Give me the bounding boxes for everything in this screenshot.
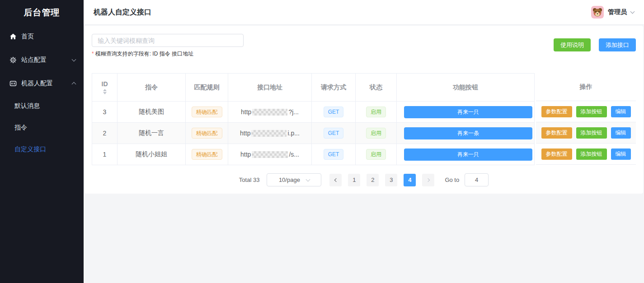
- table-main: ID 指令 匹配规则 接口地址 请求方式 状态 功能按钮: [92, 73, 535, 165]
- topbar: 机器人自定义接口 管理员: [84, 0, 644, 25]
- page-button-2[interactable]: 2: [367, 174, 379, 186]
- operations-row: 参数配置 添加按钮 编辑: [536, 144, 636, 165]
- match-rule-tag: 精确匹配: [192, 149, 222, 160]
- sidebar-subitem-label: 默认消息: [14, 102, 40, 110]
- search-input[interactable]: [92, 34, 244, 47]
- func-button[interactable]: 再来一只: [404, 106, 532, 118]
- edit-button[interactable]: 编辑: [611, 106, 631, 117]
- sidebar-item-site-config[interactable]: 站点配置: [0, 48, 84, 72]
- toolbar: *模糊查询支持的字段有: ID 指令 接口地址 使用说明 添加接口: [92, 34, 636, 58]
- add-button-button[interactable]: 添加按钮: [576, 148, 607, 160]
- table-row: 2 随机一言 精确匹配 httpi.p... GET 启用: [92, 123, 535, 144]
- add-api-button[interactable]: 添加接口: [599, 38, 636, 51]
- sidebar-subitem-label: 指令: [14, 124, 27, 132]
- sort-icon: [103, 89, 107, 94]
- page-button-4-active[interactable]: 4: [404, 174, 416, 186]
- column-header-command: 指令: [118, 74, 186, 102]
- sidebar-item-label: 首页: [21, 32, 75, 41]
- operations-row: 参数配置 添加按钮 编辑: [536, 101, 636, 122]
- sidebar-item-custom-api[interactable]: 自定义接口: [0, 139, 84, 160]
- sidebar-item-robot-config[interactable]: 机器人配置: [0, 72, 84, 95]
- table-row: 3 随机美图 精确匹配 http?j... GET 启用: [92, 102, 535, 123]
- cell-method: GET: [312, 102, 356, 123]
- robot-icon: [9, 80, 17, 88]
- redacted-url-mosaic: [251, 130, 287, 137]
- sidebar-item-commands[interactable]: 指令: [0, 117, 84, 139]
- next-page-button[interactable]: [422, 174, 434, 186]
- cell-match-rule: 精确匹配: [186, 123, 228, 144]
- app-window: 后台管理 首页 站点配置: [0, 0, 644, 283]
- page-size-select[interactable]: 10/page: [267, 173, 321, 186]
- table-header-row: ID 指令 匹配规则 接口地址 请求方式 状态 功能按钮: [92, 74, 535, 102]
- edit-button[interactable]: 编辑: [611, 148, 631, 160]
- cell-id: 2: [92, 123, 118, 144]
- method-tag: GET: [324, 107, 344, 117]
- add-button-button[interactable]: 添加按钮: [576, 106, 607, 117]
- chevron-down-icon: [72, 57, 76, 62]
- column-header-status: 状态: [356, 74, 397, 102]
- prev-page-button[interactable]: [329, 174, 342, 186]
- cell-func-button: 再来一只: [397, 102, 535, 123]
- content-panel: *模糊查询支持的字段有: ID 指令 接口地址 使用说明 添加接口 ID: [85, 26, 643, 194]
- cell-command: 随机美图: [118, 102, 186, 123]
- redacted-url-mosaic: [252, 109, 287, 116]
- table-fixed-operations: 操作 参数配置 添加按钮 编辑 参数配置 添加按钮 编辑: [536, 73, 636, 165]
- method-tag: GET: [324, 128, 344, 139]
- cell-api-url: httpi.p...: [228, 123, 312, 144]
- cell-func-button: 再来一条: [397, 123, 535, 144]
- user-name: 管理员: [608, 8, 627, 16]
- sidebar-item-label: 站点配置: [21, 56, 68, 64]
- sidebar-item-home[interactable]: 首页: [0, 25, 84, 48]
- column-header-method: 请求方式: [312, 74, 356, 102]
- pagination-total: Total 33: [239, 176, 260, 183]
- param-config-button[interactable]: 参数配置: [541, 148, 572, 160]
- search-hint-text: 模糊查询支持的字段有: ID 指令 接口地址: [95, 51, 193, 57]
- redacted-url-mosaic: [252, 151, 288, 158]
- user-menu[interactable]: 管理员: [591, 6, 634, 19]
- usage-help-button[interactable]: 使用说明: [554, 38, 591, 51]
- cell-status: 启用: [356, 123, 397, 144]
- status-tag: 启用: [366, 149, 386, 160]
- cell-command: 随机一言: [118, 123, 186, 144]
- column-header-id-sortable[interactable]: ID: [92, 74, 118, 102]
- param-config-button[interactable]: 参数配置: [541, 106, 572, 117]
- edit-button[interactable]: 编辑: [611, 127, 631, 139]
- operations-row: 参数配置 添加按钮 编辑: [536, 122, 636, 144]
- cell-method: GET: [312, 144, 356, 165]
- cell-method: GET: [312, 123, 356, 144]
- goto-page-input[interactable]: [465, 173, 489, 186]
- method-tag: GET: [324, 149, 344, 160]
- page-button-3[interactable]: 3: [385, 174, 397, 186]
- goto-label: Go to: [445, 176, 459, 183]
- page-button-1[interactable]: 1: [348, 174, 360, 186]
- chevron-down-icon: [306, 177, 310, 181]
- required-asterisk: *: [92, 51, 94, 57]
- cell-status: 启用: [356, 102, 397, 123]
- cell-command: 随机小姐姐: [118, 144, 186, 165]
- toolbar-buttons: 使用说明 添加接口: [554, 38, 636, 51]
- api-table: ID 指令 匹配规则 接口地址 请求方式 状态 功能按钮: [92, 73, 636, 165]
- add-button-button[interactable]: 添加按钮: [576, 127, 607, 139]
- table-row: 1 随机小姐姐 精确匹配 http/s... GET 启用: [92, 144, 535, 165]
- func-button[interactable]: 再来一只: [404, 148, 532, 161]
- param-config-button[interactable]: 参数配置: [541, 127, 572, 139]
- cell-api-url: http?j...: [228, 102, 312, 123]
- sidebar-item-default-message[interactable]: 默认消息: [0, 95, 84, 117]
- gear-icon: [9, 56, 17, 64]
- page-size-value: 10/page: [279, 176, 300, 183]
- column-header-operations: 操作: [536, 73, 636, 101]
- cell-api-url: http/s...: [228, 144, 312, 165]
- sidebar-nav: 首页 站点配置: [0, 25, 84, 160]
- status-tag: 启用: [366, 128, 386, 139]
- func-button[interactable]: 再来一条: [404, 127, 532, 139]
- app-title: 后台管理: [0, 0, 84, 25]
- cell-status: 启用: [356, 144, 397, 165]
- search-hint: *模糊查询支持的字段有: ID 指令 接口地址: [92, 50, 244, 58]
- column-header-match-rule: 匹配规则: [186, 74, 228, 102]
- match-rule-tag: 精确匹配: [192, 107, 222, 117]
- sidebar-item-label: 机器人配置: [21, 79, 68, 88]
- cell-match-rule: 精确匹配: [186, 144, 228, 165]
- cell-func-button: 再来一只: [397, 144, 535, 165]
- chevron-down-icon: [630, 9, 635, 14]
- cell-id: 3: [92, 102, 118, 123]
